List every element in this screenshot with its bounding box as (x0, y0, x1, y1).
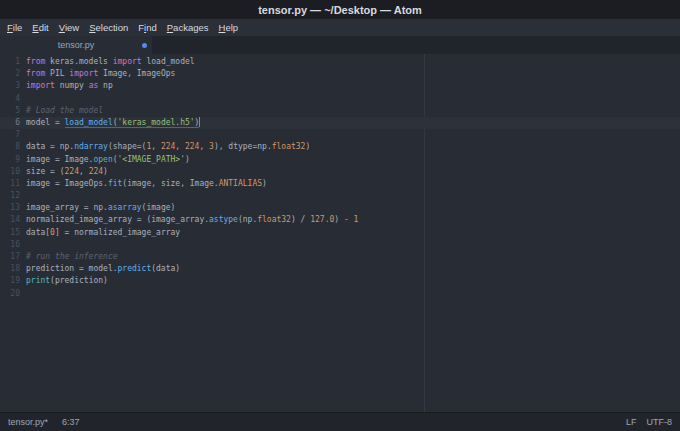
tab-bar: tensor.py (0, 36, 680, 54)
token-plain: data[ (26, 228, 50, 237)
line-number[interactable]: 19 (0, 275, 20, 287)
menu-edit[interactable]: Edit (27, 22, 53, 33)
line-number[interactable]: 18 (0, 263, 20, 275)
status-encoding[interactable]: UTF-8 (647, 417, 673, 427)
code-line[interactable]: # Load the model (26, 105, 103, 117)
token-function: load_model (65, 118, 113, 127)
code-line[interactable]: image = Image.open('<IMAGE_PATH>') (26, 154, 190, 166)
token-plain: load_model (142, 57, 195, 66)
editor-row: 10size = (224, 224) (0, 166, 680, 178)
editor-row: 15data[0] = normalized_image_array (0, 227, 680, 239)
text-cursor (199, 117, 200, 127)
token-plain: ) (262, 179, 267, 188)
line-number[interactable]: 3 (0, 80, 20, 92)
line-number[interactable]: 16 (0, 239, 20, 251)
menu-selection[interactable]: Selection (84, 22, 133, 33)
token-plain: model = (26, 118, 65, 127)
code-line[interactable]: from PIL import Image, ImageOps (26, 68, 175, 80)
token-plain: ), dtype=np. (214, 142, 272, 151)
menu-bar: FileEditViewSelectionFindPackagesHelp (0, 19, 680, 36)
code-line[interactable]: size = (224, 224) (26, 166, 108, 178)
editor-row: 8data = np.ndarray(shape=(1, 224, 224, 3… (0, 141, 680, 153)
token-number: float32 (272, 142, 306, 151)
line-number[interactable]: 1 (0, 56, 20, 68)
line-number[interactable]: 14 (0, 214, 20, 226)
editor-row: 7 (0, 129, 680, 141)
line-number[interactable]: 15 (0, 227, 20, 239)
token-builtin: print (26, 276, 50, 285)
status-left: tensor.py* 6:37 (8, 417, 80, 427)
token-plain: (image) (142, 203, 176, 212)
menu-packages[interactable]: Packages (162, 22, 214, 33)
modified-indicator-icon[interactable] (142, 43, 147, 48)
status-line-ending[interactable]: LF (626, 417, 637, 427)
editor-row: 11image = ImageOps.fit(image, size, Imag… (0, 178, 680, 190)
token-function: astype (209, 215, 238, 224)
editor-row: 16 (0, 239, 680, 251)
menu-help[interactable]: Help (214, 22, 244, 33)
menu-find[interactable]: Find (133, 22, 162, 33)
editor-row: 5# Load the model (0, 105, 680, 117)
code-line[interactable]: # run the inference (26, 251, 118, 263)
code-line[interactable]: normalized_image_array = (image_array.as… (26, 214, 358, 226)
editor[interactable]: 1from keras.models import load_model2fro… (0, 54, 680, 412)
line-number[interactable]: 4 (0, 93, 20, 105)
line-number[interactable]: 12 (0, 190, 20, 202)
token-plain: data = np. (26, 142, 74, 151)
code-line[interactable]: image = ImageOps.fit(image, size, Image.… (26, 178, 267, 190)
menu-file[interactable]: File (2, 22, 27, 33)
editor-row: 2from PIL import Image, ImageOps (0, 68, 680, 80)
token-plain: ) (103, 167, 108, 176)
editor-row: 12 (0, 190, 680, 202)
code-line[interactable]: print(prediction) (26, 275, 108, 287)
token-function: fit (108, 179, 122, 188)
token-number: float32 (257, 215, 291, 224)
line-number[interactable]: 13 (0, 202, 20, 214)
line-number[interactable]: 11 (0, 178, 20, 190)
line-number[interactable]: 8 (0, 141, 20, 153)
token-plain: prediction = model. (26, 264, 118, 273)
status-cursor-position[interactable]: 6:37 (62, 417, 80, 427)
token-builtin: open (93, 155, 112, 164)
line-number[interactable]: 17 (0, 251, 20, 263)
token-plain: (data) (151, 264, 180, 273)
line-number[interactable]: 10 (0, 166, 20, 178)
token-string: '<IMAGE_PATH>' (118, 155, 185, 164)
code-line[interactable]: model = load_model('keras_model.h5') (26, 117, 200, 129)
token-keyword: as (89, 81, 99, 90)
token-plain: , (151, 142, 161, 151)
line-number[interactable]: 20 (0, 288, 20, 300)
token-keyword: import (69, 69, 98, 78)
token-function: asarray (108, 203, 142, 212)
line-number[interactable]: 5 (0, 105, 20, 117)
menu-view[interactable]: View (54, 22, 84, 33)
token-plain: ) - (334, 215, 353, 224)
line-number[interactable]: 7 (0, 129, 20, 141)
editor-row: 20 (0, 288, 680, 300)
token-plain: ) (185, 155, 190, 164)
tab-tensor-py[interactable]: tensor.py (0, 36, 152, 54)
code-line[interactable]: prediction = model.predict(data) (26, 263, 180, 275)
token-number: 224 (161, 142, 175, 151)
tab-label: tensor.py (58, 40, 95, 50)
code-line[interactable]: import numpy as np (26, 80, 113, 92)
code-line[interactable]: from keras.models import load_model (26, 56, 195, 68)
line-number[interactable]: 6 (0, 117, 20, 129)
token-plain: (shape=( (108, 142, 147, 151)
line-number[interactable]: 9 (0, 154, 20, 166)
token-keyword: from (26, 57, 45, 66)
token-plain: (np. (238, 215, 257, 224)
editor-lines: 1from keras.models import load_model2fro… (0, 56, 680, 300)
token-comment: # Load the model (26, 106, 103, 115)
atom-window: tensor.py — ~/Desktop — Atom FileEditVie… (0, 0, 680, 431)
line-number[interactable]: 2 (0, 68, 20, 80)
token-plain: size = ( (26, 167, 65, 176)
token-keyword: from (26, 69, 45, 78)
code-line[interactable]: image_array = np.asarray(image) (26, 202, 175, 214)
code-line[interactable]: data[0] = normalized_image_array (26, 227, 180, 239)
token-plain: np (98, 81, 112, 90)
token-keyword: import (113, 57, 142, 66)
token-string: 'keras_model.h5' (118, 118, 195, 127)
code-line[interactable]: data = np.ndarray(shape=(1, 224, 224, 3)… (26, 141, 310, 153)
token-function: predict (118, 264, 152, 273)
